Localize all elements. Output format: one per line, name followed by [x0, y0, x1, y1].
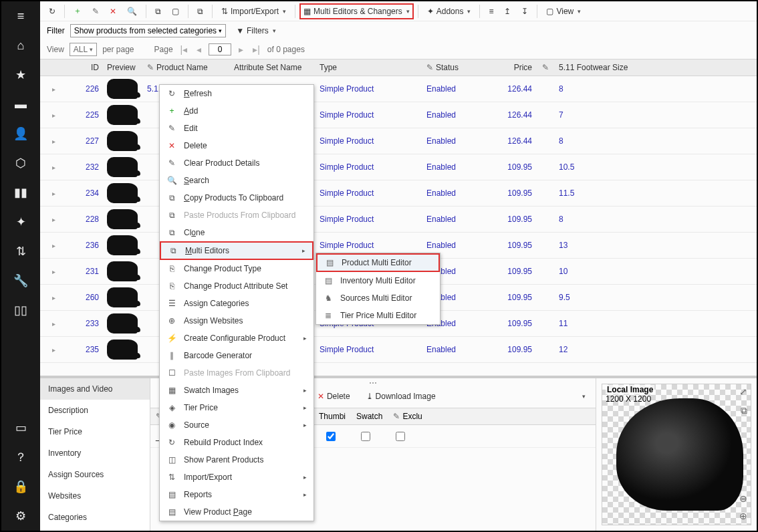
context-item[interactable]: ↻Rebuild Product Index: [160, 434, 313, 451]
table-row[interactable]: ▸227Simple ProductEnabled126.448: [40, 128, 757, 154]
side-tab[interactable]: Description: [40, 400, 150, 421]
context-item[interactable]: 🔍Search: [160, 172, 313, 189]
expand-icon[interactable]: ▸: [48, 190, 60, 197]
addons-button[interactable]: ✦ Addons▾: [422, 3, 476, 19]
tool-b-button[interactable]: ↥: [499, 3, 515, 19]
expand-icon[interactable]: ▸: [48, 294, 60, 301]
delete-button[interactable]: ✕: [105, 3, 121, 19]
side-tab[interactable]: Inventory: [40, 442, 150, 464]
context-item[interactable]: +Add: [160, 102, 313, 120]
context-item[interactable]: ▤View Product Page: [160, 503, 313, 521]
side-tab[interactable]: Tier Price: [40, 421, 150, 442]
col-type[interactable]: Type: [315, 63, 422, 72]
tool-c-button[interactable]: ↧: [517, 3, 533, 19]
context-item[interactable]: ▤Reports▸: [160, 486, 313, 503]
archive-icon[interactable]: ▭: [1, 413, 40, 442]
context-item[interactable]: ☰Assign Categories: [160, 295, 313, 312]
context-item[interactable]: ☐Paste Images From Clipboard: [160, 364, 313, 382]
expand-icon[interactable]: ⤢: [739, 386, 747, 397]
expand-icon[interactable]: ▸: [48, 320, 60, 327]
image-more-button[interactable]: ▾: [576, 388, 590, 404]
expand-icon[interactable]: ▸: [48, 242, 60, 249]
imgcol-swatch[interactable]: Swatch: [351, 412, 388, 421]
filters-button[interactable]: ▼ Filters▾: [231, 23, 281, 39]
imgrow-thumb-checkbox[interactable]: [326, 432, 336, 441]
imgrow-swatch-checkbox[interactable]: [361, 432, 370, 441]
table-row[interactable]: ▸225Simple ProductEnabled126.447: [40, 102, 757, 128]
delete-image-button[interactable]: ✕ Delete: [313, 388, 355, 404]
col-product-name[interactable]: ✎ Product Name: [143, 63, 230, 72]
add-button[interactable]: ＋: [69, 3, 86, 19]
chart-icon[interactable]: ▮▮: [1, 178, 40, 207]
inbox-icon[interactable]: ▬: [1, 90, 40, 119]
context-item[interactable]: ✕Delete: [160, 137, 313, 154]
col-attribute-set[interactable]: Attribute Set Name: [230, 63, 315, 72]
refresh-button[interactable]: ↻: [44, 3, 60, 19]
edit-button[interactable]: ✎: [88, 3, 104, 19]
search-button[interactable]: 🔍: [122, 3, 142, 19]
table-row[interactable]: ▸235Simple ProductEnabled109.9512: [40, 337, 757, 363]
basket-icon[interactable]: ⬡: [1, 148, 40, 178]
context-item[interactable]: ⎘Change Product Attribute Set: [160, 277, 313, 295]
imgcol-thumb[interactable]: Thumbi: [313, 412, 351, 421]
context-item[interactable]: ↻Refresh: [160, 85, 313, 102]
menu-icon[interactable]: ≡: [1, 1, 40, 31]
popout-icon[interactable]: ⧉: [741, 405, 747, 416]
submenu-item[interactable]: ▤Product Multi Editor: [316, 253, 440, 272]
context-item[interactable]: ⧉Multi Editors▸: [160, 241, 313, 260]
submenu-item[interactable]: ♞Sources Multi Editor: [316, 289, 440, 307]
table-row[interactable]: ▸2265.11 Ranger BootsSimple ProductEnabl…: [40, 76, 757, 102]
expand-icon[interactable]: ▸: [48, 346, 60, 354]
wrench-icon[interactable]: 🔧: [1, 266, 40, 295]
store-icon[interactable]: ⌂: [1, 31, 40, 60]
plugin-icon[interactable]: ✦: [1, 207, 40, 237]
submenu-item[interactable]: ▤Inventory Multi Editor: [316, 272, 440, 289]
sort-icon[interactable]: ⇅: [1, 237, 40, 266]
context-item[interactable]: ∥Barcode Generator: [160, 347, 313, 364]
table-row[interactable]: ▸232Simple ProductEnabled109.9510.5: [40, 154, 757, 180]
table-row[interactable]: ▸228Simple ProductEnabled109.958: [40, 207, 757, 233]
table-row[interactable]: ▸234Simple ProductEnabled109.9511.5: [40, 180, 757, 207]
help-icon[interactable]: ？: [1, 442, 40, 472]
zoom-out-icon[interactable]: ⊖: [739, 493, 747, 504]
col-price[interactable]: Price: [499, 63, 536, 72]
download-image-button[interactable]: ⤓ Download Image: [362, 388, 440, 404]
col-id[interactable]: ID: [60, 63, 103, 72]
last-page-icon[interactable]: ▸|: [251, 44, 262, 55]
person-icon[interactable]: 👤: [1, 119, 40, 148]
side-tab[interactable]: Websites: [40, 485, 150, 507]
zoom-in-icon[interactable]: ⊕: [739, 511, 747, 521]
side-tab[interactable]: Images and Video: [40, 378, 150, 400]
per-page-select[interactable]: ALL▾: [70, 43, 97, 56]
context-item[interactable]: ✎Edit: [160, 120, 313, 137]
copy-button[interactable]: ⧉: [150, 3, 166, 19]
context-item[interactable]: ⧉Paste Products From Clipboard: [160, 207, 313, 224]
context-item[interactable]: ⊕Assign Websites: [160, 312, 313, 329]
expand-icon[interactable]: ▸: [48, 164, 60, 171]
expand-icon[interactable]: ▸: [48, 112, 60, 119]
multi-editors-button[interactable]: ▦ Multi Editors & Changers▾: [299, 3, 414, 19]
col-status[interactable]: ✎ Status: [422, 63, 499, 72]
expand-icon[interactable]: ▸: [48, 86, 60, 93]
prev-page-icon[interactable]: ◂: [195, 44, 203, 55]
context-item[interactable]: ◫Show Parent Products: [160, 451, 313, 469]
paste-button[interactable]: ▢: [167, 3, 184, 19]
context-item[interactable]: ⎘Change Product Type: [160, 260, 313, 277]
side-tab[interactable]: Assign Sources: [40, 464, 150, 485]
first-page-icon[interactable]: |◂: [178, 44, 190, 55]
context-item[interactable]: ▦Swatch Images▸: [160, 382, 313, 399]
context-item[interactable]: ⚡Create Configurable Product▸: [160, 329, 313, 347]
imgcol-excl[interactable]: ✎ Exclu: [388, 412, 427, 421]
imgrow-excl-checkbox[interactable]: [396, 432, 405, 441]
filter-select[interactable]: Show products from selected categories▾: [70, 24, 226, 37]
clone-button[interactable]: ⧉: [193, 3, 208, 19]
context-item[interactable]: ⇅Import/Export▸: [160, 469, 313, 486]
columns-icon[interactable]: ▯▯: [1, 295, 40, 325]
expand-icon[interactable]: ▸: [48, 138, 60, 145]
col-price-edit-icon[interactable]: ✎: [536, 63, 555, 72]
context-item[interactable]: ◉Source▸: [160, 416, 313, 434]
expand-icon[interactable]: ▸: [48, 268, 60, 275]
star-icon[interactable]: ★: [1, 60, 40, 90]
lock-icon[interactable]: 🔒: [1, 472, 40, 501]
context-item[interactable]: ✎Clear Product Details: [160, 154, 313, 172]
